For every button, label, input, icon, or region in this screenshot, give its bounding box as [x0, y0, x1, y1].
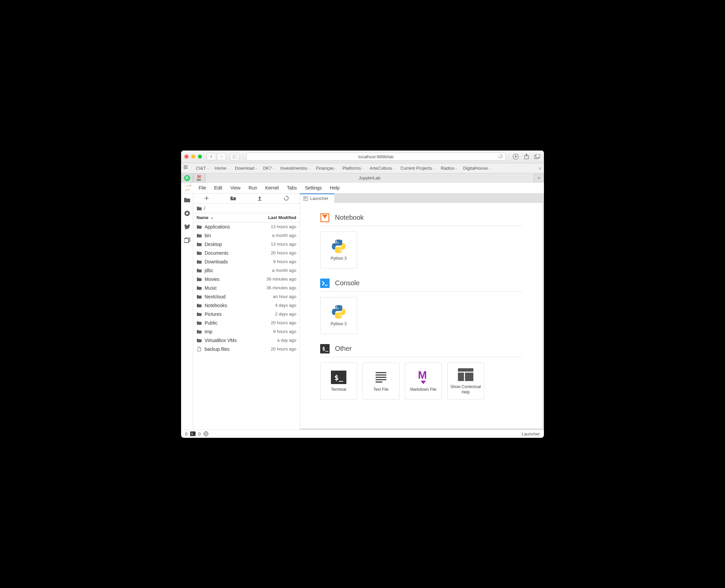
kernel-status-icon[interactable] [203, 431, 209, 437]
tabs-icon[interactable] [534, 153, 540, 160]
card-console-python3[interactable]: Python 3 [320, 297, 357, 334]
bookmark-item[interactable]: DK7⌵ [260, 165, 277, 171]
new-tab-button[interactable]: + [534, 173, 544, 183]
file-row[interactable]: Music36 minutes ago [193, 284, 300, 292]
file-row[interactable]: tmp9 hours ago [193, 327, 300, 336]
minimize-window-button[interactable] [191, 154, 195, 159]
file-modified: 20 hours ago [271, 346, 296, 352]
sidebar-tab-filebrowser[interactable] [184, 196, 191, 204]
file-row[interactable]: bina month ago [193, 231, 300, 240]
bookmark-item[interactable]: Download⌵ [232, 165, 260, 171]
other-section-title: Other [335, 345, 352, 353]
bookmarks-overflow[interactable]: » [538, 165, 541, 171]
reload-icon[interactable] [498, 154, 503, 159]
tab-jupyterlab[interactable]: JupyterLab [205, 173, 534, 183]
chevron-down-icon: ⌵ [227, 166, 229, 170]
menu-kernel[interactable]: Kernel [261, 184, 282, 192]
tab-launcher[interactable]: Launcher [300, 193, 334, 203]
new-folder-button[interactable] [230, 195, 236, 202]
file-row[interactable]: Desktop13 hours ago [193, 240, 300, 249]
forward-button[interactable] [217, 153, 226, 160]
file-row[interactable]: Movies36 minutes ago [193, 275, 300, 284]
status-terminals-count[interactable]: 0 [185, 432, 188, 437]
bookmark-item[interactable]: Platforms⌵ [340, 165, 366, 171]
menu-help[interactable]: Help [326, 184, 344, 192]
file-row[interactable]: Applications13 hours ago [193, 223, 300, 231]
share-icon[interactable] [523, 153, 530, 160]
chevron-down-icon: ⌵ [255, 166, 257, 170]
file-name: Downloads [205, 259, 228, 265]
upload-button[interactable] [256, 195, 263, 202]
folder-icon [196, 286, 202, 290]
svg-text:$_: $_ [334, 373, 343, 382]
sidebar-tab-running[interactable] [184, 210, 191, 217]
bookmark-item[interactable]: CI&T⌵ [193, 165, 211, 171]
close-window-button[interactable] [185, 154, 189, 159]
back-button[interactable] [207, 153, 216, 160]
terminal-status-icon[interactable]: $_ [190, 432, 195, 436]
menu-file[interactable]: File [194, 184, 210, 192]
folder-icon [196, 320, 202, 325]
folder-icon [196, 233, 202, 238]
file-row[interactable]: Documents20 hours ago [193, 249, 300, 257]
status-right-text[interactable]: Launcher [522, 432, 540, 437]
menu-run[interactable]: Run [244, 184, 261, 192]
bookmark-item[interactable]: Current Projects⌵ [398, 165, 438, 171]
downloads-icon[interactable] [512, 153, 519, 160]
column-modified-header[interactable]: Last Modified [268, 215, 296, 220]
refresh-button[interactable] [283, 195, 290, 202]
file-row[interactable]: Public20 hours ago [193, 318, 300, 327]
file-row[interactable]: Downloads9 hours ago [193, 257, 300, 266]
sidebar-toggle-button[interactable] [230, 153, 239, 160]
svg-rect-23 [320, 278, 329, 288]
notebook-section-title: Notebook [335, 214, 364, 222]
file-row[interactable]: jdbca month ago [193, 266, 300, 275]
tab-gmail[interactable]: M50+ [193, 173, 205, 183]
jupyterlab-app: FileEditViewRunKernelTabsSettingsHelp [181, 183, 544, 438]
file-row[interactable]: Nextcloudan hour ago [193, 292, 300, 301]
card-terminal[interactable]: $_ Terminal [320, 362, 357, 399]
sidebar-tab-tabs[interactable] [184, 236, 191, 244]
file-modified: 20 hours ago [271, 320, 296, 325]
bookmark-item[interactable]: Investimentos⌵ [277, 165, 313, 171]
folder-icon [196, 294, 202, 299]
terminal-icon: $_ [331, 370, 346, 385]
favorites-grid-icon[interactable] [184, 165, 189, 171]
python-icon [331, 304, 346, 319]
breadcrumb[interactable]: / [193, 204, 300, 213]
card-markdown-file[interactable]: M Markdown File [405, 362, 442, 399]
new-launcher-button[interactable] [203, 195, 210, 202]
menu-settings[interactable]: Settings [301, 184, 326, 192]
card-notebook-python3[interactable]: Python 3 [320, 231, 357, 269]
bookmark-item[interactable]: Finanças⌵ [314, 165, 339, 171]
file-row[interactable]: Notebooks4 days ago [193, 301, 300, 310]
chevron-down-icon: ⌵ [433, 166, 435, 170]
sidebar-tab-commands[interactable] [184, 223, 191, 231]
file-row[interactable]: backup.files20 hours ago [193, 345, 300, 354]
menu-view[interactable]: View [227, 184, 244, 192]
bookmark-item[interactable]: DigitalHouse⌵ [460, 165, 493, 171]
card-text-file[interactable]: Text File [362, 362, 400, 399]
menu-tabs[interactable]: Tabs [283, 184, 301, 192]
tab-whatsapp[interactable]: ✆ [181, 173, 193, 183]
maximize-window-button[interactable] [198, 154, 202, 159]
bookmark-item[interactable]: Radios⌵ [438, 165, 460, 171]
file-row[interactable]: Pictures2 days ago [193, 310, 300, 318]
chevron-down-icon: ⌵ [362, 166, 363, 170]
menu-edit[interactable]: Edit [210, 184, 227, 192]
bookmark-item[interactable]: Home⌵ [212, 165, 232, 171]
svg-point-7 [186, 190, 187, 191]
status-kernels-count[interactable]: 0 [198, 432, 200, 437]
chevron-down-icon: ⌵ [489, 166, 490, 170]
jupyter-logo-icon [184, 184, 192, 192]
file-row[interactable]: VirtualBox VMsa day ago [193, 336, 300, 345]
card-contextual-help[interactable]: Show Contextual Help [447, 362, 484, 399]
file-modified: 4 days ago [275, 303, 296, 308]
column-name-header[interactable]: Name ▲ [196, 215, 213, 220]
svg-rect-10 [186, 212, 188, 214]
bookmark-item[interactable]: ArteCultura⌵ [367, 165, 397, 171]
svg-point-13 [188, 225, 190, 227]
folder-icon [196, 329, 202, 334]
address-bar[interactable]: localhost:8888/lab [246, 152, 506, 161]
section-console: Console Python 3 [320, 278, 523, 334]
